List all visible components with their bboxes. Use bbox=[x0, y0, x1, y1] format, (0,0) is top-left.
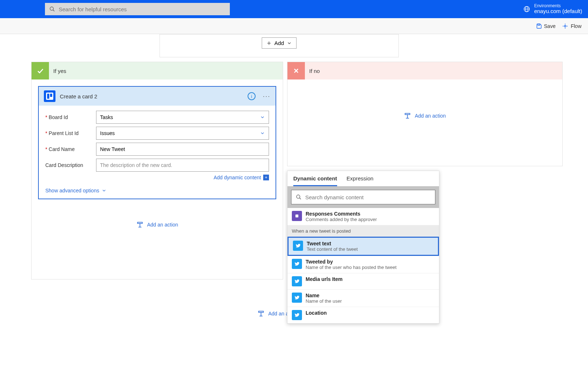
chevron-down-icon bbox=[287, 41, 292, 46]
globe-icon bbox=[523, 5, 530, 13]
search-icon bbox=[49, 6, 55, 12]
add-dynamic-content-link[interactable]: Add dynamic content + bbox=[45, 175, 269, 180]
top-bar: Environments enayu.com (default) bbox=[0, 0, 588, 18]
card-description-label: Card Description bbox=[45, 162, 96, 168]
env-label: Environments bbox=[534, 4, 582, 8]
twitter-icon bbox=[292, 310, 302, 320]
dynamic-search-box[interactable] bbox=[291, 190, 435, 204]
dynamic-item[interactable]: NameName of the user bbox=[287, 290, 439, 307]
dynamic-item-responses-comments[interactable]: Responses Comments Comments added by the… bbox=[287, 208, 439, 225]
close-icon bbox=[287, 62, 305, 79]
add-action-button[interactable]: Add an action bbox=[32, 221, 283, 228]
trello-icon bbox=[44, 90, 55, 102]
action-header[interactable]: Create a card 2 i ··· bbox=[39, 87, 276, 106]
add-action-icon bbox=[404, 112, 411, 119]
board-id-label: Board Id bbox=[45, 114, 96, 120]
chevron-down-icon bbox=[260, 115, 265, 120]
search-box[interactable] bbox=[45, 3, 230, 15]
svg-point-6 bbox=[564, 25, 566, 27]
env-name: enayu.com (default) bbox=[534, 8, 582, 15]
svg-line-1 bbox=[53, 10, 54, 11]
svg-point-20 bbox=[297, 195, 300, 198]
info-icon[interactable]: i bbox=[248, 92, 256, 100]
card-name-label: Card Name bbox=[45, 146, 96, 152]
dynamic-item[interactable]: Tweet textText content of the tweet bbox=[287, 237, 439, 256]
add-action-icon bbox=[257, 310, 265, 317]
approval-icon bbox=[292, 211, 302, 221]
add-action-icon bbox=[136, 221, 144, 228]
flow-checker-button[interactable]: Flow bbox=[562, 23, 581, 29]
dynamic-search-input[interactable] bbox=[305, 194, 431, 200]
chevron-down-icon bbox=[260, 131, 265, 136]
dynamic-item[interactable]: Media urls Item bbox=[287, 273, 439, 290]
if-yes-header[interactable]: If yes bbox=[32, 62, 283, 79]
svg-rect-22 bbox=[295, 215, 298, 217]
parent-list-select[interactable]: Issues bbox=[96, 127, 269, 140]
twitter-icon bbox=[292, 259, 302, 269]
check-icon bbox=[32, 62, 49, 79]
twitter-icon bbox=[292, 276, 302, 286]
add-action-button[interactable]: Add an action bbox=[287, 112, 562, 119]
dynamic-item[interactable]: Tweeted byName of the user who has poste… bbox=[287, 256, 439, 273]
tab-expression[interactable]: Expression bbox=[347, 175, 373, 186]
card-name-input[interactable]: New Tweet bbox=[96, 143, 269, 156]
save-icon bbox=[536, 23, 542, 29]
parent-list-label: Parent List Id bbox=[45, 130, 96, 136]
if-yes-title: If yes bbox=[49, 68, 66, 74]
dynamic-content-pane: Dynamic content Expression Responses Com… bbox=[287, 171, 439, 324]
svg-rect-14 bbox=[405, 113, 410, 114]
chevron-down-icon bbox=[102, 188, 107, 193]
card-description-input[interactable]: The description of the new card. bbox=[96, 159, 269, 172]
flow-canvas: Add If yes Create a card 2 i ··· Board I… bbox=[0, 34, 588, 392]
svg-rect-5 bbox=[538, 24, 539, 25]
twitter-icon bbox=[293, 241, 303, 251]
if-no-header[interactable]: If no bbox=[287, 62, 562, 79]
add-button[interactable]: Add bbox=[262, 37, 297, 49]
plus-icon bbox=[266, 41, 272, 46]
action-title: Create a card 2 bbox=[60, 93, 243, 99]
twitter-icon bbox=[292, 293, 302, 303]
svg-rect-9 bbox=[137, 222, 142, 223]
if-no-title: If no bbox=[305, 68, 320, 74]
svg-line-21 bbox=[299, 198, 301, 199]
tab-dynamic-content[interactable]: Dynamic content bbox=[293, 175, 337, 186]
dynamic-item[interactable]: Location bbox=[287, 307, 439, 323]
flow-icon bbox=[562, 23, 568, 29]
condition-add-box: Add bbox=[160, 34, 399, 57]
create-card-action: Create a card 2 i ··· Board Id Tasks Par… bbox=[38, 86, 276, 199]
svg-point-0 bbox=[50, 7, 53, 10]
save-button[interactable]: Save bbox=[536, 23, 556, 29]
plus-icon: + bbox=[263, 175, 269, 180]
dynamic-section-header: When a new tweet is posted bbox=[287, 225, 439, 237]
search-input[interactable] bbox=[59, 6, 225, 12]
svg-rect-17 bbox=[258, 311, 263, 312]
if-no-branch: If no Add an action bbox=[287, 62, 563, 166]
board-id-select[interactable]: Tasks bbox=[96, 111, 269, 124]
more-button[interactable]: ··· bbox=[263, 93, 270, 100]
environment-picker[interactable]: Environments enayu.com (default) bbox=[523, 4, 582, 15]
show-advanced-options[interactable]: Show advanced options bbox=[45, 188, 269, 193]
search-icon bbox=[296, 194, 302, 200]
command-bar: Save Flow bbox=[0, 18, 588, 34]
if-yes-branch: If yes Create a card 2 i ··· Board Id Ta… bbox=[31, 62, 283, 279]
add-action-button[interactable]: Add an a bbox=[257, 310, 289, 317]
